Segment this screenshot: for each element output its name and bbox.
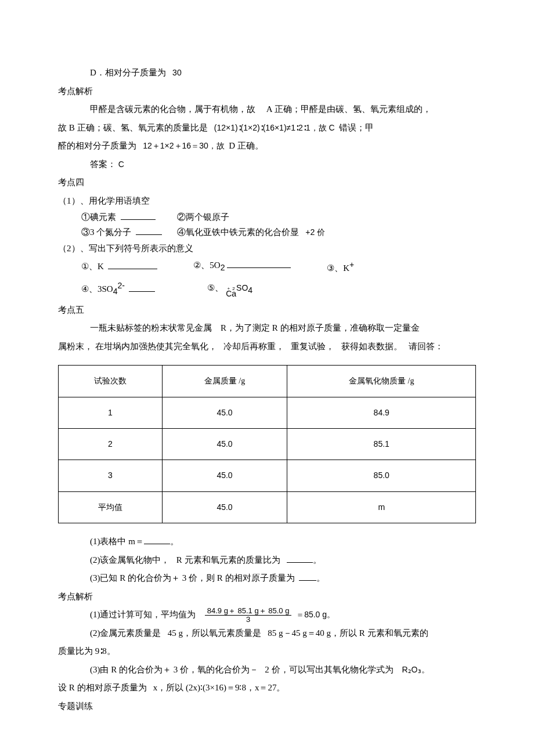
table-header-2: 金属质量 /g <box>162 366 287 397</box>
kp5-text-2e: 请回答： <box>409 342 443 351</box>
answer-2-line1: (2)金属元素质量是 45 g，所以氧元素质量是 85 g－45 g＝40 g，… <box>58 624 476 643</box>
ans1-suffix: ＝85.0 g。 <box>296 610 335 619</box>
cell-oxide: 85.0 <box>287 460 476 491</box>
kp4-row3: ①、K ②、5O2 ③、K+ <box>58 258 476 276</box>
kp4-item1: ①碘元素 <box>81 212 116 222</box>
kp4-item2: ②两个银原子 <box>177 212 229 222</box>
ans1-prefix: (1)通过计算可知，平均值为 <box>90 610 196 619</box>
section-heading-kp4: 考点四 <box>58 173 476 192</box>
kp4-item2-3-sup: + <box>349 260 354 269</box>
kp4-item2-3: ③、K+ <box>327 258 354 276</box>
ans3-c: R₂O₃。 <box>402 665 430 674</box>
kp5-text-2c: 重复试验， <box>291 342 334 351</box>
page-container: D．相对分子质量为 30 考点解析 甲醛是含碳元素的化合物，属于有机物，故 A … <box>0 0 534 756</box>
option-d-label: D．相对分子质量为 <box>90 68 166 77</box>
kp4-item2-4-sup: 2- <box>117 281 124 290</box>
section-heading-training: 专题训练 <box>58 697 476 716</box>
q3-end: 。 <box>316 573 325 583</box>
cell-oxide: 85.1 <box>287 429 476 460</box>
ans3-a: (3)由 R 的化合价为＋ 3 价，氧的化合价为－ <box>90 665 258 674</box>
kp4-sub1: （1）、用化学用语填空 <box>58 192 476 211</box>
q2-end: 。 <box>313 555 322 565</box>
kp4-item4-val: +2 价 <box>305 227 325 237</box>
ans3-b: 2 价，可以写出其氧化物化学式为 <box>265 665 393 674</box>
analysis-calc: 12＋1×2＋16＝30，故 <box>143 141 224 150</box>
question-2: (2)该金属氧化物中， R 元素和氧元素的质量比为 。 <box>58 551 476 570</box>
data-table: 试验次数 金属质量 /g 金属氧化物质量 /g 1 45.0 84.9 2 45… <box>58 365 476 523</box>
answer-value: C <box>118 160 124 169</box>
table-row: 3 45.0 85.0 <box>59 460 476 491</box>
kp4-item2-4: ④、3SO42- <box>81 279 155 299</box>
analysis-text-1a: 甲醛是含碳元素的化合物，属于有机物，故 <box>90 104 255 114</box>
kp4-item2-3-label: ③、K <box>327 263 349 273</box>
kp4-item2-2-sub: 2 <box>221 263 225 272</box>
answer-line: 答案： C <box>58 155 476 174</box>
kp4-row1: ①碘元素 ②两个银原子 <box>58 210 476 225</box>
kp5-text-2d: 获得如表数据。 <box>341 342 402 351</box>
kp4-item2-2: ②、5O2 <box>193 258 291 275</box>
ans3-e: x，所以 (2x)∶(3×16)＝9∶8，x＝27。 <box>153 683 286 692</box>
q1-text: (1)表格中 m＝ <box>90 537 144 546</box>
cell-trial: 2 <box>59 429 163 460</box>
ans2-a: (2)金属元素质量是 <box>90 628 161 638</box>
kp4-row2: ③3 个氮分子 ④氧化亚铁中铁元素的化合价显 +2 价 <box>58 225 476 240</box>
kp4-item2-5-label: ⑤、 <box>207 283 223 292</box>
table-row: 平均值 45.0 m <box>59 491 476 523</box>
kp4-item2-2-label: ②、5O <box>193 261 220 270</box>
answer-label: 答案： <box>90 160 116 169</box>
cell-metal: 45.0 <box>162 460 287 491</box>
answer-2-line2: 质量比为 9∶8。 <box>58 642 476 661</box>
q3-text-a: (3)已知 R 的化合价为＋ 3 价，则 R 的相对原子质量为 <box>90 573 295 583</box>
cell-metal: 45.0 <box>162 491 287 523</box>
kp5-text-1a: 一瓶未贴标签的粉末状常见金属 <box>90 323 212 332</box>
answer-1-line: (1)通过计算可知，平均值为 84.9 g＋ 85.1 g＋ 85.0 g 3 … <box>58 606 476 624</box>
kp5-text-2b: 冷却后再称重， <box>223 342 284 351</box>
section-heading-analysis: 考点解析 <box>58 82 476 101</box>
cell-trial: 1 <box>59 397 163 428</box>
kp5-text-1b: R，为了测定 R 的相对原子质量，准确称取一定量金 <box>221 323 420 332</box>
cell-metal: 45.0 <box>162 397 287 428</box>
ans2-c: 85 g－45 g＝40 g，所以 R 元素和氧元素的 <box>268 628 428 638</box>
kp4-item2-5: ⑤、 + 2 Ca SO4 <box>207 281 252 298</box>
table-header-1: 试验次数 <box>59 366 163 397</box>
so-symbol: SO <box>236 283 248 292</box>
cell-oxide: m <box>287 491 476 523</box>
cell-oxide: 84.9 <box>287 397 476 428</box>
option-d-value: 30 <box>172 68 182 77</box>
analysis-text-2a: 故 B 正确；碳、氢、氧元素的质量比是 <box>58 123 208 132</box>
analysis-line-1: 甲醛是含碳元素的化合物，属于有机物，故 A 正确；甲醛是由碳、氢、氧元素组成的， <box>58 100 476 119</box>
analysis-line-3: 醛的相对分子质量为 12＋1×2＋16＝30，故 D 正确。 <box>58 137 476 155</box>
analysis-text-2c: 错误；甲 <box>339 123 374 132</box>
answer-3-line1: (3)由 R 的化合价为＋ 3 价，氧的化合价为－ 2 价，可以写出其氧化物化学… <box>58 661 476 679</box>
section-heading-kp5-analysis: 考点解析 <box>58 588 476 606</box>
ans2-b: 45 g，所以氧元素质量是 <box>168 628 261 638</box>
table-row: 2 45.0 85.1 <box>59 429 476 460</box>
cell-trial: 3 <box>59 460 163 491</box>
kp5-line1: 一瓶未贴标签的粉末状常见金属 R，为了测定 R 的相对原子质量，准确称取一定量金 <box>58 319 476 338</box>
analysis-text-3a: 醛的相对分子质量为 <box>58 141 136 150</box>
ans3-d: 设 R 的相对原子质量为 <box>58 683 147 692</box>
cell-trial: 平均值 <box>59 491 163 523</box>
kp4-item2-4-label: ④、3SO <box>81 284 113 294</box>
question-3: (3)已知 R 的化合价为＋ 3 价，则 R 的相对原子质量为 。 <box>58 569 476 588</box>
kp4-row4: ④、3SO42- ⑤、 + 2 Ca SO4 <box>58 279 476 299</box>
so4-sub: 4 <box>248 285 252 295</box>
q1-end: 。 <box>170 537 179 546</box>
q2-text-a: (2)该金属氧化物中， <box>90 555 170 565</box>
option-d: D．相对分子质量为 30 <box>58 64 476 82</box>
kp4-sub2: （2）、写出下列符号所表示的意义 <box>58 240 476 258</box>
table-header-row: 试验次数 金属质量 /g 金属氧化物质量 /g <box>59 366 476 397</box>
fraction-num: 84.9 g＋ 85.1 g＋ 85.0 g <box>205 607 292 616</box>
question-1: (1)表格中 m＝。 <box>58 533 476 551</box>
table-header-3: 金属氧化物质量 /g <box>287 366 476 397</box>
table-row: 1 45.0 84.9 <box>59 397 476 428</box>
fraction: 84.9 g＋ 85.1 g＋ 85.0 g 3 <box>205 607 292 624</box>
section-heading-kp5: 考点五 <box>58 301 476 320</box>
analysis-text-1b: A 正确；甲醛是由碳、氢、氧元素组成的， <box>266 104 431 114</box>
cell-metal: 45.0 <box>162 429 287 460</box>
kp4-item3: ③3 个氮分子 <box>81 227 131 237</box>
analysis-text-3b: D 正确。 <box>229 141 264 150</box>
fraction-den: 3 <box>205 616 292 624</box>
ca-symbol: Ca <box>226 291 236 297</box>
kp4-item2-1-label: ①、K <box>81 262 104 271</box>
